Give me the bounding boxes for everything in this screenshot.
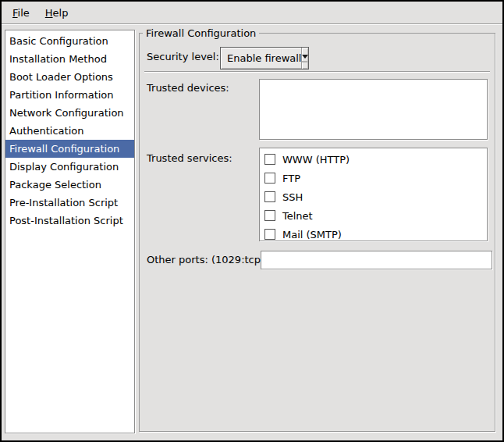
checkbox-ssh[interactable] [264, 191, 275, 202]
checkbox-mail-smtp[interactable] [264, 229, 275, 240]
sidebar-item-authentication[interactable]: Authentication [5, 122, 134, 140]
trusted-devices-label: Trusted devices: [147, 82, 229, 94]
checkbox-telnet[interactable] [264, 210, 275, 221]
panel-separator [144, 71, 490, 73]
security-level-value: Enable firewall [221, 48, 301, 69]
menu-file-rest: ile [18, 7, 30, 19]
trusted-services-list: WWW (HTTP) FTP SSH Telnet Mail (SMTP) [259, 148, 488, 241]
service-row-ftp[interactable]: FTP [260, 169, 487, 187]
menu-help[interactable]: Help [37, 4, 76, 22]
security-level-dropdown[interactable]: Enable firewall [220, 47, 309, 70]
checkbox-www-http[interactable] [264, 154, 275, 165]
sidebar-item-boot-loader-options[interactable]: Boot Loader Options [5, 68, 134, 86]
other-ports-input[interactable] [261, 251, 492, 269]
sidebar-section-list: Basic Configuration Installation Method … [5, 30, 135, 433]
chevron-down-icon [302, 55, 308, 59]
trusted-services-label: Trusted services: [147, 152, 232, 164]
menu-help-mnemonic: H [45, 7, 53, 19]
service-label: SSH [282, 191, 303, 203]
sidebar-item-post-installation-script[interactable]: Post-Installation Script [5, 212, 134, 230]
checkbox-ftp[interactable] [264, 173, 275, 184]
trusted-devices-list[interactable] [259, 79, 488, 140]
sidebar-item-basic-configuration[interactable]: Basic Configuration [5, 32, 134, 50]
service-row-ssh[interactable]: SSH [260, 187, 487, 206]
firewall-configuration-frame: Firewall Configuration Security level: E… [139, 33, 495, 432]
sidebar-item-partition-information[interactable]: Partition Information [5, 86, 134, 104]
sidebar-item-installation-method[interactable]: Installation Method [5, 50, 134, 68]
service-row-telnet[interactable]: Telnet [260, 206, 487, 225]
frame-title: Firewall Configuration [143, 27, 259, 40]
app-window: File Help Basic Configuration Installati… [0, 0, 504, 442]
service-label: Telnet [282, 210, 313, 222]
sidebar-item-network-configuration[interactable]: Network Configuration [5, 104, 134, 122]
service-row-www-http[interactable]: WWW (HTTP) [260, 150, 487, 169]
menu-file[interactable]: File [5, 4, 37, 22]
service-label: Mail (SMTP) [282, 229, 342, 241]
dropdown-arrow-section [301, 48, 308, 69]
sidebar-item-display-configuration[interactable]: Display Configuration [5, 158, 134, 176]
service-row-mail-smtp[interactable]: Mail (SMTP) [260, 225, 487, 241]
menu-help-rest: elp [53, 7, 69, 19]
service-label: FTP [282, 173, 300, 184]
sidebar-item-package-selection[interactable]: Package Selection [5, 176, 134, 194]
service-label: WWW (HTTP) [282, 154, 350, 166]
security-level-label: Security level: [147, 51, 219, 62]
sidebar-item-pre-installation-script[interactable]: Pre-Installation Script [5, 194, 134, 212]
menubar-separator [2, 23, 502, 25]
other-ports-label: Other ports: (1029:tcp) [147, 254, 264, 266]
menubar: File Help [2, 2, 502, 23]
dropdown-arrow-shadow [302, 61, 308, 62]
sidebar-item-firewall-configuration[interactable]: Firewall Configuration [5, 140, 134, 158]
